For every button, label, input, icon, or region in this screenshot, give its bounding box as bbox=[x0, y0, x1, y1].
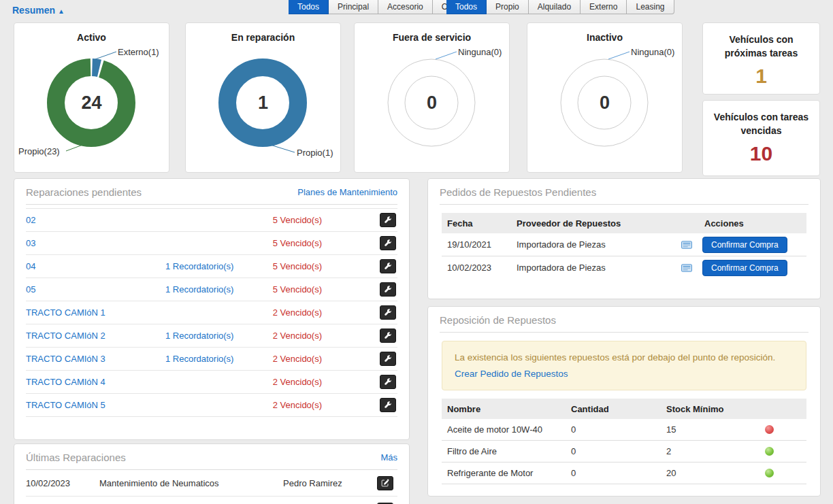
part-quantity: 0 bbox=[571, 424, 666, 435]
collapse-arrow-icon: ▲ bbox=[58, 7, 65, 15]
edit-repair-button[interactable] bbox=[377, 476, 393, 490]
wrench-icon bbox=[385, 239, 392, 247]
overdue-count: 5 Vencido(s) bbox=[267, 238, 322, 248]
column-header-nombre: Nombre bbox=[442, 404, 571, 414]
wrench-icon bbox=[385, 332, 392, 339]
filter-button[interactable]: Todos bbox=[446, 0, 487, 14]
stock-status-dot bbox=[765, 469, 774, 477]
donut-center-value: 0 bbox=[527, 93, 682, 114]
part-min-stock: 2 bbox=[666, 446, 732, 456]
part-min-stock: 20 bbox=[666, 468, 732, 478]
stock-status-dot bbox=[765, 447, 774, 456]
more-link[interactable]: Más bbox=[380, 452, 397, 463]
overdue-count: 5 Vencido(s) bbox=[267, 261, 322, 271]
repair-wrench-button[interactable] bbox=[380, 398, 396, 412]
column-header-stock-minimo: Stock Mínimo bbox=[666, 404, 732, 414]
slice-label: Externo(1) bbox=[118, 47, 159, 57]
pending-orders-rows: 19/10/2021 Importadora de Piezas Confirm… bbox=[442, 233, 806, 279]
panel-header: Pedidos de Repuestos Pendientes bbox=[440, 179, 808, 205]
repair-wrench-button[interactable] bbox=[380, 213, 396, 227]
pending-orders-panel: Pedidos de Repuestos Pendientes Fecha Pr… bbox=[427, 178, 821, 299]
kpi-value: 1 bbox=[703, 65, 819, 88]
kpi-card-proximas-tareas: Vehículos con próximas tareas 1 bbox=[702, 22, 820, 95]
edit-icon bbox=[381, 479, 389, 487]
vehicle-link[interactable]: 04 bbox=[26, 261, 165, 271]
repair-wrench-button[interactable] bbox=[380, 352, 396, 366]
pending-orders-table: Fecha Proveedor de Repuestos Acciones 19… bbox=[442, 213, 806, 279]
vehicle-link[interactable]: 05 bbox=[26, 284, 165, 295]
vehicle-link[interactable]: TRACTO CAMIóN 4 bbox=[26, 377, 165, 387]
donut-center-value: 1 bbox=[186, 93, 340, 114]
overdue-count: 2 Vencido(s) bbox=[267, 400, 322, 410]
reminder-count: 1 Recordatorio(s) bbox=[165, 331, 267, 341]
repair-wrench-button[interactable] bbox=[380, 282, 396, 297]
table-row: 10/02/2023 Cambio de Aceite Pedro Ramire… bbox=[26, 497, 397, 504]
confirm-purchase-button[interactable]: Confirmar Compra bbox=[702, 260, 787, 276]
maintenance-plans-link[interactable]: Planes de Mantenimiento bbox=[297, 187, 397, 197]
part-name: Aceite de motor 10W-40 bbox=[442, 424, 571, 435]
filter-button[interactable]: Leasing bbox=[627, 0, 674, 14]
donut-center-value: 24 bbox=[14, 93, 169, 114]
filter-button[interactable]: Propio bbox=[487, 0, 529, 14]
table-row: 04 1 Recordatorio(s) 5 Vencido(s) bbox=[26, 255, 397, 278]
restock-rows: Aceite de motor 10W-40 0 15 Filtro de Ai… bbox=[442, 419, 806, 484]
repair-wrench-button[interactable] bbox=[380, 375, 396, 389]
restock-warning: La existencia los siguientes repuestos e… bbox=[442, 341, 806, 390]
filter-button[interactable]: Todos bbox=[289, 0, 329, 14]
order-details-icon[interactable] bbox=[681, 264, 692, 272]
table-row: TRACTO CAMIóN 3 1 Recordatorio(s) 2 Venc… bbox=[26, 348, 397, 371]
filter-button[interactable]: Externo bbox=[581, 0, 627, 14]
status-card-fuera-de-servicio: Fuera de servicio 0 Ninguna(0) bbox=[354, 22, 510, 173]
repair-date: 10/02/2023 bbox=[26, 478, 99, 488]
vehicle-link[interactable]: TRACTO CAMIóN 2 bbox=[26, 331, 165, 341]
reminder-count: 1 Recordatorio(s) bbox=[165, 354, 267, 364]
part-min-stock: 15 bbox=[666, 424, 732, 435]
column-header-cantidad: Cantidad bbox=[571, 404, 666, 414]
resumen-toggle[interactable]: Resumen ▲ bbox=[12, 5, 65, 16]
filter-button[interactable]: Alquilado bbox=[529, 0, 581, 14]
panel-title: Reparaciones pendientes bbox=[26, 186, 142, 198]
repair-wrench-button[interactable] bbox=[380, 329, 396, 343]
filter-group-type: TodosPrincipalAccesorioOtros bbox=[289, 0, 471, 14]
vehicle-link[interactable]: TRACTO CAMIóN 5 bbox=[26, 400, 165, 410]
vehicle-link[interactable]: TRACTO CAMIóN 1 bbox=[26, 307, 165, 318]
table-row: TRACTO CAMIóN 5 2 Vencido(s) bbox=[26, 394, 397, 417]
order-details-icon[interactable] bbox=[681, 241, 692, 249]
vehicle-link[interactable]: 02 bbox=[26, 215, 165, 225]
restock-panel: Reposición de Repuestos La existencia lo… bbox=[427, 306, 821, 497]
table-row: TRACTO CAMIóN 1 2 Vencido(s) bbox=[26, 301, 397, 324]
pending-repairs-panel: Reparaciones pendientes Planes de Manten… bbox=[14, 178, 410, 440]
table-row: Filtro de Aire 0 2 bbox=[442, 441, 806, 463]
repair-wrench-button[interactable] bbox=[380, 305, 396, 320]
status-card-inactivo: Inactivo 0 Ninguna(0) bbox=[527, 22, 683, 173]
wrench-icon bbox=[385, 263, 392, 270]
filter-group-ownership: TodosPropioAlquiladoExternoLeasing bbox=[446, 0, 674, 14]
repair-wrench-button[interactable] bbox=[380, 236, 396, 250]
overdue-count: 2 Vencido(s) bbox=[267, 377, 322, 387]
confirm-purchase-button[interactable]: Confirmar Compra bbox=[702, 237, 787, 253]
part-name: Filtro de Aire bbox=[442, 446, 571, 456]
table-row: TRACTO CAMIóN 4 2 Vencido(s) bbox=[26, 371, 397, 394]
panel-header: Reposición de Repuestos bbox=[440, 307, 808, 333]
vehicle-link[interactable]: 03 bbox=[26, 238, 165, 248]
warning-text: La existencia los siguientes repuestos e… bbox=[455, 352, 775, 363]
table-header-row: Nombre Cantidad Stock Mínimo bbox=[442, 399, 806, 419]
part-quantity: 0 bbox=[571, 468, 666, 478]
repair-wrench-button[interactable] bbox=[380, 259, 396, 273]
wrench-icon bbox=[385, 286, 392, 293]
order-date: 19/10/2021 bbox=[442, 239, 517, 250]
table-row: 10/02/2023 Importadora de Piezas Confirm… bbox=[442, 256, 806, 279]
filter-button[interactable]: Accesorio bbox=[378, 0, 433, 14]
order-date: 10/02/2023 bbox=[442, 263, 517, 273]
vehicle-link[interactable]: TRACTO CAMIóN 3 bbox=[26, 354, 165, 364]
overdue-count: 5 Vencido(s) bbox=[267, 215, 322, 225]
create-parts-order-link[interactable]: Crear Pedido de Repuestos bbox=[455, 369, 568, 379]
wrench-icon bbox=[385, 401, 392, 409]
filter-button[interactable]: Principal bbox=[329, 0, 378, 14]
reminder-count: 1 Recordatorio(s) bbox=[165, 284, 267, 295]
table-row: 03 5 Vencido(s) bbox=[26, 232, 397, 255]
table-row: 10/02/2023 Mantenimiento de Neumaticos P… bbox=[26, 470, 397, 497]
slice-label: Propio(1) bbox=[297, 148, 333, 158]
status-card-activo: Activo 24 Externo(1)Propio(23) bbox=[14, 22, 169, 173]
wrench-icon bbox=[385, 216, 392, 224]
